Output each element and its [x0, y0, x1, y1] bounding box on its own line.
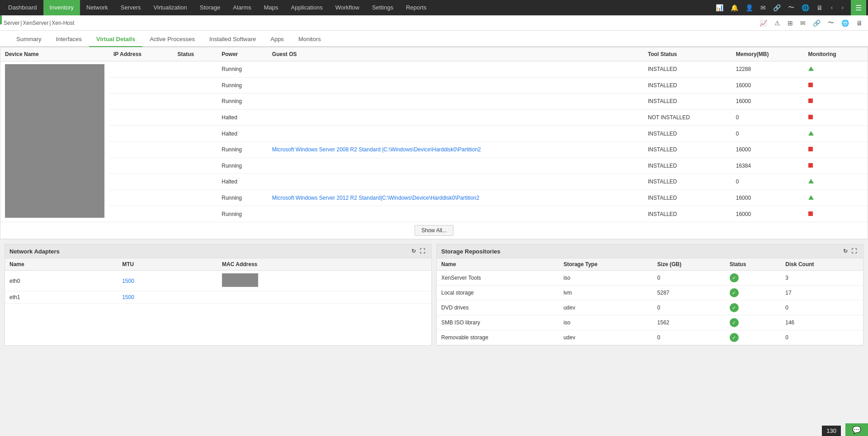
col-tool-status: Tool Status: [643, 47, 731, 61]
area-chart-icon[interactable]: 📈: [758, 19, 769, 28]
table-row[interactable]: Running INSTALLED 16000: [0, 94, 868, 110]
user-icon[interactable]: 👤: [743, 2, 756, 13]
table-row[interactable]: Running INSTALLED 12288: [0, 61, 868, 78]
chart-icon[interactable]: 📊: [713, 2, 726, 13]
col-ip-address: IP Address: [109, 47, 173, 61]
mtu-link[interactable]: 1500: [122, 294, 134, 300]
nav-storage[interactable]: Storage: [193, 0, 227, 15]
monitoring-cell: [804, 190, 868, 206]
list-item[interactable]: Removable storage udev 0 ✓ 0: [437, 330, 863, 345]
tab-monitors[interactable]: Monitors: [291, 32, 328, 47]
forward-icon[interactable]: ›: [838, 3, 847, 13]
bell-icon[interactable]: 🔔: [728, 2, 741, 13]
breadcrumb-server[interactable]: Server: [4, 20, 19, 26]
list-item[interactable]: Local storage lvm 5287 ✓ 17: [437, 286, 863, 300]
tool-status-cell: INSTALLED: [643, 174, 731, 190]
tab-apps[interactable]: Apps: [263, 32, 291, 47]
list-item[interactable]: eth0 1500: [5, 271, 431, 291]
ip-cell: [109, 206, 173, 222]
table-row[interactable]: Running INSTALLED 16000: [0, 206, 868, 222]
net-col-mac: MAC Address: [217, 258, 431, 271]
monitor-red-icon: [808, 211, 813, 216]
sr-status-cell: ✓: [725, 330, 781, 345]
guest-os-cell: [268, 77, 643, 94]
status-ok-icon: ✓: [730, 318, 739, 327]
alert-icon[interactable]: ⚠: [773, 19, 782, 28]
monitoring-cell: [804, 109, 868, 126]
mail-icon[interactable]: ✉: [798, 19, 807, 28]
nav-workflow[interactable]: Workflow: [329, 0, 366, 15]
mac-cell: [217, 291, 431, 304]
hamburger-button[interactable]: ☰: [851, 0, 866, 15]
link2-icon[interactable]: 🔗: [811, 19, 822, 28]
breadcrumb-xenhost[interactable]: Xen-Host: [52, 20, 74, 26]
link-icon[interactable]: 🔗: [770, 2, 783, 13]
table-row[interactable]: Running INSTALLED 16384: [0, 158, 868, 174]
wave-icon[interactable]: 〜: [826, 18, 836, 28]
status-ok-icon: ✓: [730, 303, 739, 312]
status-cell: [173, 158, 217, 174]
refresh-icon[interactable]: ↻: [410, 247, 418, 255]
power-cell: Running: [217, 158, 268, 174]
sr-status-cell: ✓: [725, 315, 781, 330]
ip-cell: [109, 109, 173, 126]
sr-type-cell: udev: [559, 300, 652, 315]
breadcrumb-xenserver[interactable]: XenServer: [23, 20, 48, 26]
analytics-icon[interactable]: 〜: [785, 2, 797, 14]
tab-installed-software[interactable]: Installed Software: [202, 32, 263, 47]
nav-settings[interactable]: Settings: [366, 0, 400, 15]
power-cell: Halted: [217, 126, 268, 142]
nav-alarms[interactable]: Alarms: [226, 0, 257, 15]
nav-servers[interactable]: Servers: [114, 0, 147, 15]
table-row[interactable]: Halted INSTALLED 0: [0, 174, 868, 190]
screen-icon[interactable]: 🖥: [814, 2, 826, 13]
ip-cell: [109, 158, 173, 174]
grid-icon[interactable]: ⊞: [786, 19, 795, 28]
mtu-link[interactable]: 1500: [122, 278, 134, 284]
status-cell: [173, 94, 217, 110]
table-row[interactable]: Halted NOT INSTALLED 0: [0, 109, 868, 126]
tab-interfaces[interactable]: Interfaces: [49, 32, 89, 47]
globe2-icon[interactable]: 🌐: [840, 19, 851, 28]
guest-os-link[interactable]: Microsoft Windows Server 2012 R2 Standar…: [272, 195, 480, 201]
storage-expand-icon[interactable]: ⛶: [849, 247, 859, 255]
storage-refresh-icon[interactable]: ↻: [841, 247, 849, 255]
list-item[interactable]: XenServer Tools iso 0 ✓ 3: [437, 271, 863, 286]
nav-maps[interactable]: Maps: [258, 0, 285, 15]
tab-active-processes[interactable]: Active Processes: [142, 32, 202, 47]
memory-cell: 16000: [731, 77, 804, 94]
memory-cell: 0: [731, 109, 804, 126]
list-item[interactable]: SMB ISO library iso 1562 ✓ 146: [437, 315, 863, 330]
nav-virtualization[interactable]: Virtualization: [147, 0, 193, 15]
power-cell: Halted: [217, 109, 268, 126]
col-device-name: Device Name: [0, 47, 109, 61]
active-indicator: [0, 15, 2, 24]
guest-os-link[interactable]: Microsoft Windows Server 2008 R2 Standar…: [272, 146, 481, 153]
table-row[interactable]: Running Microsoft Windows Server 2008 R2…: [0, 141, 868, 158]
ip-cell: [109, 77, 173, 94]
power-cell: Halted: [217, 174, 268, 190]
list-item[interactable]: DVD drives udev 0 ✓ 0: [437, 300, 863, 315]
show-all-button[interactable]: Show All...: [415, 225, 453, 236]
table-row[interactable]: Running INSTALLED 16000: [0, 77, 868, 94]
tab-summary[interactable]: Summary: [9, 32, 49, 47]
nav-network[interactable]: Network: [80, 0, 114, 15]
virtual-details-table: Device Name IP Address Status Power Gues…: [0, 47, 868, 239]
nav-inventory[interactable]: Inventory: [43, 0, 80, 15]
table-row[interactable]: Running Microsoft Windows Server 2012 R2…: [0, 190, 868, 206]
nav-dashboard[interactable]: Dashboard: [2, 0, 43, 15]
nav-reports[interactable]: Reports: [400, 0, 433, 15]
table-row[interactable]: Halted INSTALLED 0: [0, 126, 868, 142]
status-cell: [173, 174, 217, 190]
globe-icon[interactable]: 🌐: [799, 2, 812, 13]
expand-icon[interactable]: ⛶: [418, 247, 427, 255]
col-memory: Memory(MB): [731, 47, 804, 61]
tab-virtual-details[interactable]: Virtual Details: [89, 32, 142, 47]
monitor-icon[interactable]: 🖥: [854, 19, 864, 28]
email-icon[interactable]: ✉: [758, 2, 769, 13]
sr-status-cell: ✓: [725, 300, 781, 315]
list-item[interactable]: eth1 1500: [5, 291, 431, 304]
nav-applications[interactable]: Applications: [285, 0, 329, 15]
tool-status-cell: NOT INSTALLED: [643, 109, 731, 126]
back-icon[interactable]: ‹: [827, 3, 836, 13]
